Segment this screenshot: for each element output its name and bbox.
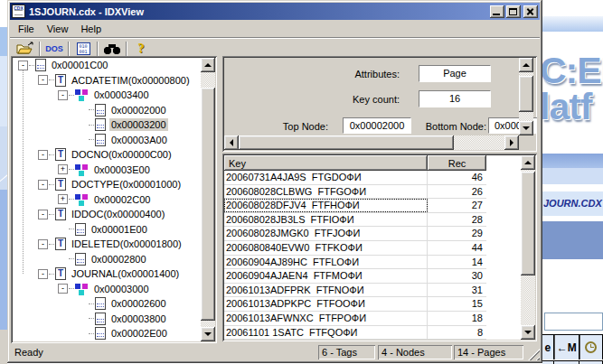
scroll-thumb[interactable] [521, 172, 535, 275]
tree-item-node[interactable]: +0x00003E00 [13, 163, 201, 178]
details-vertical-scrollbar[interactable] [519, 58, 533, 135]
binary-view-button[interactable]: 010001 [71, 40, 95, 58]
tree-item-page[interactable]: 0x00002000 [13, 103, 201, 118]
minimize-button[interactable] [490, 5, 504, 18]
collapse-toggle[interactable]: - [38, 269, 48, 279]
scroll-up-button[interactable] [521, 155, 535, 170]
background-toolbar-button-partial[interactable]: e [542, 335, 554, 359]
help-button[interactable]: ? [129, 40, 153, 58]
details-horizontal-scrollbar[interactable] [224, 135, 519, 150]
tree-item-page[interactable]: 0x00003200 [13, 117, 201, 133]
tree-item-page[interactable]: 0x00003800 [13, 312, 201, 327]
table-row[interactable]: 20061013ADPKPC FTFOOФИ15 [224, 297, 486, 312]
key-cell[interactable]: 200608028DFJV4 FTFHOФИ [224, 199, 428, 212]
resize-grip-icon[interactable] [528, 349, 540, 360]
tree-item-page[interactable]: 0x00002800 [13, 252, 201, 267]
rec-cell[interactable]: 29 [428, 227, 486, 240]
rec-cell[interactable]: 46 [428, 171, 486, 184]
table-row[interactable]: 200608028CLBWG FTFGOФИ26 [224, 185, 486, 200]
scroll-thumb[interactable] [519, 76, 533, 112]
collapse-toggle[interactable]: - [18, 61, 28, 70]
background-back-button[interactable]: ←M [554, 335, 579, 359]
tree-item-page[interactable]: 0x00001E00 [13, 222, 201, 238]
tree-scrollbar[interactable] [201, 58, 215, 341]
tree-item-page[interactable]: 0x00002600 [13, 296, 201, 312]
scroll-down-button[interactable] [521, 325, 535, 340]
key-cell[interactable]: 20061013AFWNXC FTFPOФИ [224, 312, 428, 325]
menu-help[interactable]: Help [74, 22, 108, 36]
scroll-up-button[interactable] [201, 58, 215, 72]
rec-cell[interactable]: 27 [428, 199, 486, 212]
expand-toggle[interactable]: + [58, 164, 68, 174]
table-row[interactable]: 20060904AJAEN4 FTFMOФИ30 [224, 269, 486, 284]
rec-cell[interactable]: 31 [428, 284, 486, 297]
collapse-toggle[interactable]: - [58, 284, 68, 294]
table-scrollbar[interactable] [521, 155, 535, 340]
maximize-button[interactable] [506, 5, 521, 18]
table-row[interactable]: 2006080840EVW0 FTFKOФИ44 [224, 241, 486, 256]
collapse-toggle[interactable]: - [38, 239, 48, 249]
background-input-field[interactable] [544, 313, 603, 331]
table-row[interactable]: 200608028DFJV4 FTFHOФИ27 [224, 199, 486, 213]
collapse-toggle[interactable]: - [38, 150, 48, 160]
tree-item-node[interactable]: -0x00003400 [13, 88, 201, 103]
key-cell[interactable]: 20061013ADFPRK FTFNOФИ [224, 284, 428, 297]
title-bar[interactable]: CDX 1SJOURN.cdx - IDXView [10, 3, 540, 20]
table-row[interactable]: 200608028JB3LS FTFIOФИ28 [224, 213, 486, 228]
key-cell[interactable]: 20060904AJAEN4 FTFMOФИ [224, 269, 428, 283]
collapse-toggle[interactable]: - [58, 90, 68, 100]
rec-cell[interactable]: 15 [428, 297, 486, 311]
collapse-toggle[interactable]: - [38, 180, 48, 190]
tree-item-tag[interactable]: -TIDELETED(0x00001800) [13, 237, 201, 252]
key-cell[interactable]: 2006080840EVW0 FTFKOФИ [224, 241, 428, 255]
key-cell[interactable]: 20060904AJ89HC FTFLOФИ [224, 256, 428, 269]
key-cell[interactable]: 200608028JB3LS FTFIOФИ [224, 213, 428, 227]
tree-item-page[interactable]: 0x00003A00 [13, 133, 201, 148]
expand-toggle[interactable]: + [58, 194, 68, 204]
tree-item-tag[interactable]: -TJOURNAL(0x00001400) [13, 266, 201, 282]
rec-cell[interactable]: 8 [428, 326, 486, 340]
rec-cell[interactable]: 28 [428, 213, 486, 227]
rec-cell[interactable]: 30 [428, 269, 486, 283]
table-row[interactable]: 20060904AJ89HC FTFLOФИ14 [224, 256, 486, 270]
find-button[interactable] [100, 40, 124, 58]
key-cell[interactable]: 20061013ADPKPC FTFOOФИ [224, 297, 428, 311]
table-row[interactable]: 200608028JMGK0 FTFJOФИ29 [224, 227, 486, 241]
key-cell[interactable]: 200608028CLBWG FTFGOФИ [224, 185, 428, 199]
tree-item-node[interactable]: -0x00003000 [13, 282, 201, 297]
scroll-thumb[interactable] [201, 88, 215, 321]
collapse-toggle[interactable]: - [38, 75, 48, 85]
tree-item-tag[interactable]: -TIDDOC(0x00000400) [13, 207, 201, 222]
column-header-rec[interactable]: Rec [428, 155, 486, 171]
open-file-button[interactable] [14, 40, 37, 58]
scroll-down-button[interactable] [201, 327, 215, 341]
table-row[interactable]: 20060731A4JA9S FTGDOФИ46 [224, 171, 486, 185]
key-cell[interactable]: 20061101 1SATC FTFQOФИ [224, 326, 428, 340]
rec-cell[interactable]: 18 [428, 312, 486, 325]
key-cell[interactable]: 20060731A4JA9S FTGDOФИ [224, 171, 428, 184]
close-button[interactable] [523, 5, 538, 18]
tree-item-tag[interactable]: -TACDATETIM(0x00000800) [13, 73, 201, 89]
menu-file[interactable]: File [12, 22, 41, 36]
tree-item-node[interactable]: +0x00002C00 [13, 192, 201, 208]
scroll-down-button[interactable] [519, 121, 533, 135]
background-clock-button[interactable] [579, 335, 603, 359]
column-header-key[interactable]: Key [224, 155, 428, 171]
table-row[interactable]: 20061013AFWNXC FTFPOФИ18 [224, 312, 486, 326]
tree-item-page[interactable]: 0x00002E00 [13, 326, 201, 341]
scroll-left-button[interactable] [224, 135, 239, 150]
tree-item-tag[interactable]: -TDOCTYPE(0x00001000) [13, 177, 201, 192]
rec-cell[interactable]: 14 [428, 256, 486, 269]
collapse-toggle[interactable]: - [38, 210, 48, 219]
tree-item-page[interactable]: -0x00001C00 [13, 58, 201, 73]
rec-cell[interactable]: 26 [428, 185, 486, 199]
key-cell[interactable]: 200608028JMGK0 FTFJOФИ [224, 227, 428, 240]
menu-view[interactable]: View [41, 22, 75, 36]
table-row[interactable]: 20061013ADFPRK FTFNOФИ31 [224, 284, 486, 298]
table-row[interactable]: 20061101 1SATC FTFQOФИ8 [224, 326, 486, 341]
scroll-thumb[interactable] [239, 135, 454, 150]
scroll-right-button[interactable] [504, 135, 519, 150]
tree-item-tag[interactable]: -TDOCNO(0x00000C00) [13, 147, 201, 163]
rec-cell[interactable]: 44 [428, 241, 486, 255]
scroll-up-button[interactable] [519, 58, 533, 72]
